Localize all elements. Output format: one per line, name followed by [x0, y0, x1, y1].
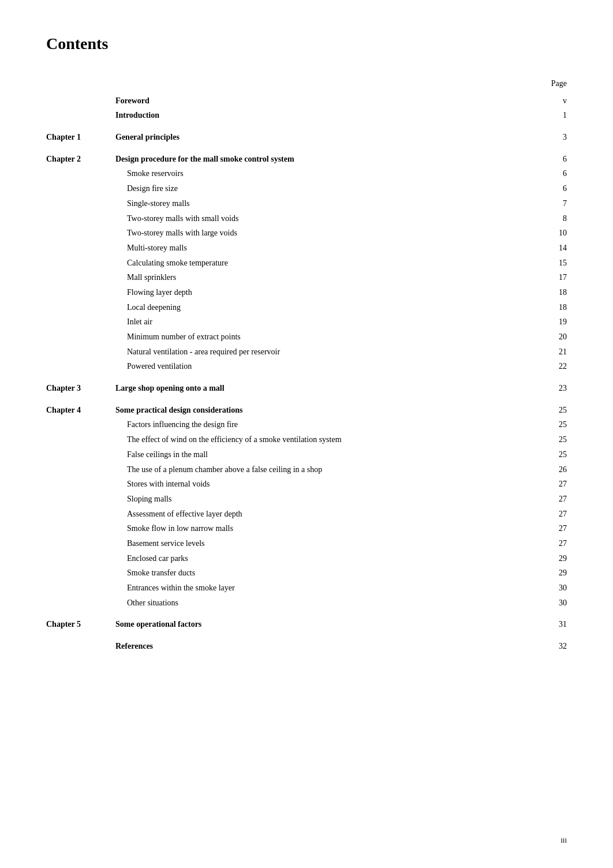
toc-page: 25 [538, 403, 567, 418]
toc-chapter [46, 566, 110, 581]
toc-page: 6 [538, 152, 567, 167]
toc-title: Inlet air [110, 315, 538, 330]
toc-title: The effect of wind on the efficiency of … [110, 432, 538, 447]
toc-page: 25 [538, 417, 567, 432]
toc-title: Introduction [110, 108, 538, 123]
page-title: Contents [46, 35, 567, 53]
toc-chapter [46, 477, 110, 492]
toc-chapter [46, 270, 110, 285]
page-col-header: Page [538, 76, 567, 93]
toc-page: 27 [538, 536, 567, 551]
toc-page: 27 [538, 477, 567, 492]
toc-page: 32 [538, 639, 567, 654]
toc-chapter [46, 241, 110, 256]
toc-page: 29 [538, 566, 567, 581]
toc-chapter [46, 93, 110, 108]
toc-chapter [46, 432, 110, 447]
toc-title: Assessment of effective layer depth [110, 507, 538, 522]
toc-title: Local deepening [110, 300, 538, 315]
toc-page: 23 [538, 381, 567, 396]
toc-title: Two-storey malls with small voids [110, 211, 538, 226]
toc-page: 17 [538, 270, 567, 285]
toc-title: Multi-storey malls [110, 241, 538, 256]
toc-title: Other situations [110, 596, 538, 611]
toc-title: Design procedure for the mall smoke cont… [110, 152, 538, 167]
toc-chapter [46, 256, 110, 271]
toc-title: Stores with internal voids [110, 477, 538, 492]
toc-page: 18 [538, 300, 567, 315]
toc-page: 25 [538, 447, 567, 462]
toc-chapter [46, 315, 110, 330]
toc-title: Foreword [110, 93, 538, 108]
toc-title: Basement service levels [110, 536, 538, 551]
toc-chapter [46, 417, 110, 432]
toc-chapter: Chapter 4 [46, 403, 110, 418]
toc-title: Sloping malls [110, 492, 538, 507]
toc-chapter: Chapter 5 [46, 617, 110, 632]
toc-page: 10 [538, 226, 567, 241]
toc-page: 25 [538, 432, 567, 447]
toc-page: 6 [538, 181, 567, 196]
toc-page: 20 [538, 330, 567, 345]
toc-chapter [46, 196, 110, 211]
toc-chapter [46, 285, 110, 300]
toc-title: Some practical design considerations [110, 403, 538, 418]
toc-title: Some operational factors [110, 617, 538, 632]
toc-chapter [46, 300, 110, 315]
toc-title: Entrances within the smoke layer [110, 581, 538, 596]
toc-chapter [46, 639, 110, 654]
toc-page: 19 [538, 315, 567, 330]
toc-chapter [46, 181, 110, 196]
toc-chapter: Chapter 1 [46, 130, 110, 145]
toc-chapter [46, 447, 110, 462]
toc-page: v [538, 93, 567, 108]
toc-chapter [46, 462, 110, 477]
toc-title: Natural ventilation - area required per … [110, 345, 538, 360]
toc-page: 14 [538, 241, 567, 256]
toc-page: 18 [538, 285, 567, 300]
toc-chapter [46, 166, 110, 181]
toc-chapter [46, 581, 110, 596]
toc-title: Minimum number of extract points [110, 330, 538, 345]
toc-page: 6 [538, 166, 567, 181]
title-col-header [110, 76, 538, 93]
toc-page: 8 [538, 211, 567, 226]
toc-chapter [46, 345, 110, 360]
toc-title: Enclosed car parks [110, 551, 538, 566]
toc-chapter: Chapter 2 [46, 152, 110, 167]
toc-page: 29 [538, 551, 567, 566]
toc-title: Calculating smoke temperature [110, 256, 538, 271]
toc-page: 27 [538, 492, 567, 507]
toc-chapter [46, 211, 110, 226]
toc-title: Flowing layer depth [110, 285, 538, 300]
toc-page: 1 [538, 108, 567, 123]
toc-title: False ceilings in the mall [110, 447, 538, 462]
toc-chapter [46, 536, 110, 551]
toc-chapter [46, 359, 110, 374]
toc-chapter [46, 226, 110, 241]
chapter-col-header [46, 76, 110, 93]
toc-chapter [46, 507, 110, 522]
toc-page: 21 [538, 345, 567, 360]
footer-page-number: iii [560, 836, 567, 845]
toc-page: 27 [538, 507, 567, 522]
toc-page: 31 [538, 617, 567, 632]
toc-title: Smoke reservoirs [110, 166, 538, 181]
toc-page: 30 [538, 581, 567, 596]
toc-chapter [46, 551, 110, 566]
toc-title: Single-storey malls [110, 196, 538, 211]
toc-title: Smoke flow in low narrow malls [110, 521, 538, 536]
toc-chapter: Chapter 3 [46, 381, 110, 396]
toc-page: 30 [538, 596, 567, 611]
toc-page: 26 [538, 462, 567, 477]
toc-page: 7 [538, 196, 567, 211]
toc-table: Page Foreword v Introduction 1 Chapter 1… [46, 76, 567, 654]
toc-chapter [46, 492, 110, 507]
toc-chapter [46, 596, 110, 611]
toc-title: Powered ventilation [110, 359, 538, 374]
toc-page: 15 [538, 256, 567, 271]
toc-title: Large shop opening onto a mall [110, 381, 538, 396]
toc-title: General principles [110, 130, 538, 145]
toc-chapter [46, 330, 110, 345]
toc-page: 3 [538, 130, 567, 145]
